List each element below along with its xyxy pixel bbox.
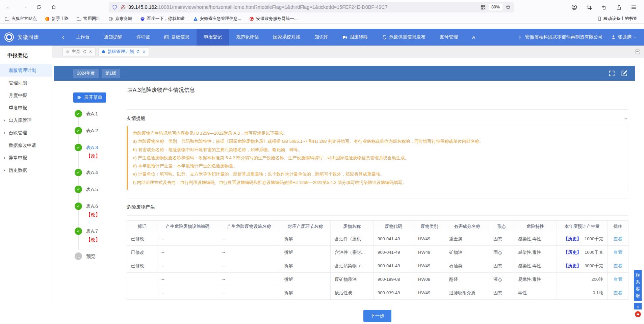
step-表A.4[interactable]: ✓表A.4	[75, 169, 117, 176]
column-header-有害成分名称: 有害成分名称	[445, 221, 489, 232]
screenshot-crop-icon[interactable]	[586, 4, 592, 10]
share-icon[interactable]	[616, 4, 622, 10]
panel-header: 2024年度 第1版	[54, 66, 635, 81]
tab-label: 新版管理计划	[107, 49, 134, 55]
quantity-cell: 【历史】3000千克	[557, 259, 608, 273]
shield-icon[interactable]	[112, 5, 117, 10]
bookmark-item[interactable]: 安徽政务服务网统一...	[249, 16, 298, 22]
view-link[interactable]: 查看	[614, 236, 622, 241]
edit-icon[interactable]	[621, 70, 627, 77]
tab-status-dot	[66, 50, 69, 53]
sidebar-item-出入库管理[interactable]: 出入库管理	[0, 114, 52, 127]
step-表A.2[interactable]: ✓表A.2	[75, 127, 117, 134]
sidebar-item-新版管理计划[interactable]: 新版管理计划	[0, 64, 52, 77]
table-row: ----拆解废活性炭900-039-49HW49过滤吸附介质固态毒性0.1吨查看	[127, 286, 628, 300]
nav-item-label: 国家系统对接	[273, 34, 301, 40]
page-zoom-badge[interactable]: 80%	[489, 4, 503, 10]
nav-item-申报登记[interactable]: 申报登记	[197, 29, 229, 46]
sidebar-item-异常申报[interactable]: 异常申报	[0, 152, 52, 164]
expand-menu-button[interactable]: 展开菜单	[73, 92, 106, 103]
sidebar-item-季度申报[interactable]: 季度申报	[0, 102, 52, 114]
bookmark-item[interactable]: 安徽省应急管理信息...	[193, 16, 241, 22]
nav-item-国家系统对接[interactable]: 国家系统对接	[266, 29, 308, 46]
nav-item-基础信息[interactable]: 基础信息	[157, 29, 197, 46]
nav-item-label: 基础信息	[171, 34, 189, 40]
view-link[interactable]: 查看	[614, 290, 622, 295]
sidebar-item-历史数据[interactable]: 历史数据	[0, 164, 52, 177]
form-cell: 固态	[489, 259, 514, 273]
nav-item-危废供需信息发布[interactable]: 危废供需信息发布	[375, 29, 433, 46]
nav-collapse-button[interactable]	[57, 29, 69, 46]
step-check-icon: ✓	[75, 144, 82, 151]
bookmark-star-icon[interactable]	[506, 5, 511, 10]
collapse-sidebar-button[interactable]: «	[634, 303, 642, 309]
globe-icon	[108, 17, 113, 21]
waste-section-label: 危险废物产生	[127, 204, 155, 210]
chevron-right-icon	[518, 35, 522, 39]
reload-button[interactable]	[34, 2, 44, 12]
step-表A.3[interactable]: ✓表A.3【改】	[75, 144, 117, 159]
step-表A.6[interactable]: ✓表A.6【改】	[75, 202, 117, 218]
tab-options-icon[interactable]	[635, 49, 641, 55]
tab-主页[interactable]: 主页×	[62, 47, 96, 56]
step-check-icon: ✓	[75, 186, 82, 193]
sidebar-item-管理计划[interactable]: 管理计划	[0, 77, 52, 89]
sidebar-item-数据修改申请[interactable]: 数据修改申请	[0, 139, 52, 152]
mobile-bookmarks[interactable]: 移动设备上的书签	[597, 16, 639, 22]
step-表A.5[interactable]: ✓表A.5	[75, 186, 117, 193]
insecure-lock-icon[interactable]	[120, 5, 125, 10]
bookmark-item[interactable]: 百度一下，你就知道	[140, 16, 185, 22]
fullscreen-icon[interactable]	[609, 70, 615, 77]
step-表A.7[interactable]: ✓表A.7【改】	[75, 227, 117, 243]
tab-refresh-icon[interactable]	[136, 50, 140, 54]
reload-icon	[36, 4, 42, 10]
bookmark-item[interactable]: 京东商城	[108, 16, 132, 22]
tab-close-icon[interactable]: ×	[143, 49, 145, 54]
undo-icon[interactable]	[601, 4, 607, 10]
stage-cell: 拆解	[280, 232, 331, 246]
next-step-button[interactable]: 下一步	[363, 310, 391, 322]
tab-refresh-icon[interactable]	[83, 50, 87, 54]
tab-close-icon[interactable]: ×	[89, 49, 92, 54]
bookmark-item[interactable]: 火狐官方站点	[5, 16, 37, 22]
home-button[interactable]	[49, 2, 59, 12]
view-link[interactable]: 查看	[614, 277, 622, 282]
nav-item-账号管理[interactable]: 账号管理	[433, 29, 465, 46]
view-link[interactable]: 查看	[614, 263, 622, 268]
facility-name-cell: --	[218, 246, 280, 259]
reminder-section-header[interactable]: 友情提醒	[127, 109, 628, 122]
nav-item-许可证[interactable]: 许可证	[129, 29, 157, 46]
view-link[interactable]: 查看	[614, 250, 622, 255]
reminder-line: a) 危险废物名称、类别、代码和危险特性：依据《国家危险废物名录》或根据 GB …	[133, 137, 622, 145]
stage-cell: 拆解	[280, 273, 331, 286]
nav-item-A[interactable]: A	[465, 29, 482, 46]
bookmark-item[interactable]: 常用网址	[77, 16, 100, 22]
bookmark-item[interactable]: 新手上路	[45, 16, 69, 22]
collapse-chevron-icon[interactable]	[623, 116, 628, 121]
sidebar-item-台账管理[interactable]: 台账管理	[0, 127, 52, 139]
mobile-phone-icon	[597, 17, 602, 21]
account-icon[interactable]	[571, 4, 577, 10]
app-logo-icon	[4, 32, 14, 42]
nav-item-工作台[interactable]: 工作台	[69, 29, 97, 46]
service-robot-icon[interactable]	[635, 311, 641, 317]
step-表A.1[interactable]: ✓表A.1	[75, 110, 117, 117]
step-预览[interactable]: …预览	[75, 252, 117, 260]
nav-item-固废转移[interactable]: 固废转移	[335, 29, 375, 46]
url-bar[interactable]: 39.145.0.162:10081/main/view/home/horizo…	[109, 2, 514, 12]
waste-category-cell: HW49	[414, 286, 445, 300]
contact-service-button[interactable]: 联系客服	[634, 270, 642, 301]
nav-item-通知提醒[interactable]: 通知提醒	[97, 29, 129, 46]
nav-item-知识库[interactable]: 知识库	[308, 29, 336, 46]
year-chip[interactable]: 2024年度	[73, 69, 99, 78]
nav-item-规范化评估[interactable]: 规范化评估	[229, 29, 266, 46]
sidebar-item-月度申报[interactable]: 月度申报	[0, 89, 52, 102]
user-menu[interactable]: 张龙腾	[611, 34, 638, 40]
back-button[interactable]: ←	[4, 2, 14, 12]
forward-button[interactable]: →	[19, 2, 29, 12]
tab-新版管理计划[interactable]: 新版管理计划×	[98, 47, 149, 56]
qr-code-icon[interactable]	[481, 5, 486, 10]
version-chip[interactable]: 第1版	[102, 69, 120, 78]
folder-icon	[5, 17, 9, 21]
menu-icon[interactable]	[631, 4, 637, 10]
